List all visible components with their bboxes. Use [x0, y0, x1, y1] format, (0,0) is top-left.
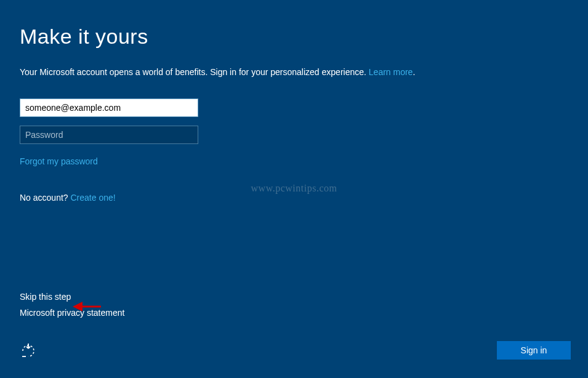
learn-more-link[interactable]: Learn more: [369, 67, 413, 77]
description-period: .: [413, 67, 415, 77]
watermark-text: www.pcwintips.com: [251, 183, 337, 194]
arrow-annotation-icon: [73, 300, 101, 313]
email-field[interactable]: [20, 99, 198, 117]
forgot-password-link[interactable]: Forgot my password: [20, 156, 98, 166]
description-main: Your Microsoft account opens a world of …: [20, 67, 369, 77]
password-field[interactable]: [20, 126, 198, 144]
page-title: Make it yours: [20, 25, 568, 49]
no-account-row: No account? Create one!: [20, 193, 568, 203]
create-account-link[interactable]: Create one!: [71, 193, 116, 203]
signin-button[interactable]: Sign in: [497, 341, 571, 360]
no-account-text: No account?: [20, 193, 71, 203]
ease-of-access-icon[interactable]: [20, 342, 37, 360]
description-text: Your Microsoft account opens a world of …: [20, 66, 568, 79]
